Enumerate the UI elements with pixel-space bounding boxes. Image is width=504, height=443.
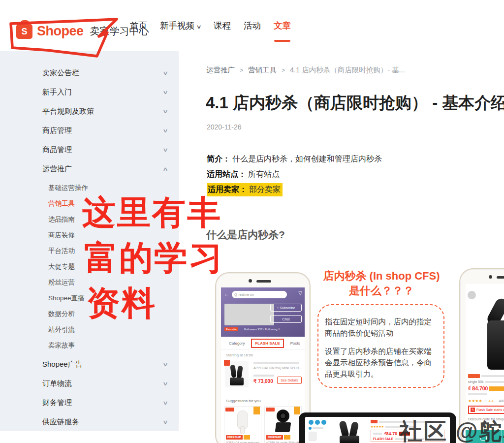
figure-laptop-flash-label: FLASH SALE [373, 437, 393, 441]
meta-sellers: 适用卖家： 部分卖家 [207, 182, 382, 197]
figure-see-details-button: See Details [277, 377, 302, 384]
chevron-down-icon: ∨ [162, 147, 168, 153]
figure-card2-caption: (CBB).04 code 25% off 50k [265, 440, 301, 443]
annotation-text-line3: 资料 [87, 286, 157, 319]
sidebar-item-order-logistics[interactable]: 订单物流∨ [0, 374, 179, 393]
chevron-down-icon: ∨ [162, 361, 168, 368]
figure-subscribe-button: + Subscribe [270, 304, 302, 312]
phone-speaker-slot [256, 280, 271, 283]
main-nav: 首页 新手视频∨ 课程 活动 文章 [130, 0, 291, 51]
figure-headline: 店内秒杀 (In shop CFS) 是什么？？？ [313, 269, 450, 298]
figure-tab-posts: Posts [290, 341, 300, 346]
chevron-down-icon: ∨ [162, 108, 168, 115]
sidebar-item-announcements[interactable]: 卖家公告栏∨ [0, 63, 179, 83]
annotation-text-line2: 富的学习 [84, 241, 224, 274]
figure-search-bar: Q realme on [232, 291, 287, 298]
figure-old-price-bar [253, 375, 274, 377]
chevron-down-icon: ∨ [162, 70, 168, 76]
nav-item-articles[interactable]: 文章 [274, 20, 291, 32]
figure-percent-badge [253, 407, 260, 414]
figure-definition-box: 指在固定短时间内，店内的指定商品的低价促销活动 设置了店内秒杀的店铺在买家端会显… [317, 304, 444, 388]
page-title: 4.1 店内秒杀（商店限时抢购） - 基本介绍 [206, 92, 504, 114]
figure-rating-value: 4.4 [489, 399, 494, 403]
breadcrumb-current: 4.1 店内秒杀（商店限时抢购）- 基... [290, 65, 405, 75]
figure-product-price: ₹ 73,000 [253, 379, 273, 384]
nav-item-home[interactable]: 首页 [130, 20, 147, 32]
chevron-down-icon: ∨ [162, 127, 168, 134]
figure-price: ₫ 84.700 [468, 385, 488, 391]
top-header: S Shopee 卖家学习中心 首页 新手视频∨ 课程 活动 文章 [0, 0, 504, 51]
figure-discount-chip [489, 386, 504, 391]
lightning-icon: ϟ [471, 408, 475, 412]
figure-definition-text-2: 设置了店内秒杀的店铺在买家端会显示相应秒杀预告信息，令商品更具吸引力。 [325, 346, 437, 380]
figure-starting-time: Starting at 16:00 [226, 353, 253, 357]
figure-tab-flash-sale: FLASH SALE [251, 339, 284, 348]
filter-icon: ▽ [298, 290, 302, 296]
figure-product-caption: APPLICATION 59Q MINI SPOR... [253, 366, 305, 370]
figure-shop-header: ← Q realme on ▽ + Subscribe Chat Favorit… [221, 287, 305, 337]
search-icon: Q [234, 293, 237, 296]
figure-suggestion-card-2: FREESHIP (CBB).04 code 25% off 50k [264, 406, 302, 443]
sidebar-subitem-seller-stories[interactable]: 卖家故事 [0, 338, 179, 353]
nav-item-videos[interactable]: 新手视频∨ [160, 20, 201, 32]
breadcrumb-marketing-tools[interactable]: 营销工具 [248, 65, 277, 75]
figure-suggestions-heading: Suggestions for you [226, 399, 261, 403]
breadcrumb: 运营推广 > 营销工具 > 4.1 店内秒杀（商店限时抢购）- 基... [206, 65, 405, 75]
sidebar-item-rules[interactable]: 平台规则及政策∨ [0, 102, 179, 121]
sidebar-item-beginner[interactable]: 新手入门∨ [0, 83, 179, 102]
figure-mall-chip [371, 420, 378, 423]
sidebar-item-supply-chain[interactable]: 供应链服务∨ [0, 412, 179, 432]
phone-camera-dot [489, 275, 492, 279]
figure-discount-badge [224, 360, 230, 366]
breadcrumb-separator: > [282, 67, 285, 74]
figure-product-info: single 50k ₫ 84.700 ★★★★ ☆ 4.4 400 So ϟ … [468, 374, 504, 421]
figure-chat-button: Chat [270, 315, 302, 323]
figure-tab-category: Category [229, 341, 245, 346]
figure-phone-left-screen: ← Q realme on ▽ + Subscribe Chat Favorit… [221, 287, 305, 443]
figure-flash-chip [225, 408, 234, 411]
chevron-down-icon: ∨ [196, 24, 201, 30]
figure-percent-badge [294, 407, 300, 414]
figure-blue-dots [309, 420, 329, 425]
figure-freeship-tag: FREESHIP [266, 435, 283, 440]
breadcrumb-operations[interactable]: 运营推广 [206, 65, 235, 75]
article-meta: 简介： 什么是店内秒杀，如何创建和管理店内秒杀 适用站点： 所有站点 适用卖家：… [207, 152, 382, 197]
breadcrumb-separator: > [240, 67, 243, 74]
watermark-text: 社区 @鸵鸟用连 [400, 416, 504, 443]
figure-flash-chip [266, 408, 275, 411]
nav-item-courses[interactable]: 课程 [214, 20, 231, 32]
figure-bluetooth-row [309, 427, 329, 430]
sidebar-item-shop-management[interactable]: 商店管理∨ [0, 121, 179, 140]
figure-card1-caption: (CBB).04 code reduced to [224, 440, 261, 443]
figure-definition-text-1: 指在固定短时间内，店内的指定商品的低价促销活动 [325, 316, 437, 339]
brand-name: Shopee [37, 24, 84, 39]
sidebar-item-product-management[interactable]: 商品管理∨ [0, 140, 179, 159]
figure-followers-text: Followers 957 / Following 1 [244, 328, 280, 331]
rating-stars-icon: ★★★★★ [371, 425, 384, 428]
shopee-bag-icon: S [16, 24, 32, 39]
logo[interactable]: S Shopee 卖家学习中心 [16, 24, 149, 39]
annotation-text-line1: 这里有丰 [82, 195, 222, 229]
figure-thumb [309, 432, 316, 441]
figure-freeship-tag: FREESHIP [226, 435, 243, 440]
back-button-circle [468, 291, 476, 299]
rating-star-empty-icon: ☆ [484, 399, 487, 403]
chevron-down-icon: ∨ [162, 380, 168, 387]
figure-flash-sale-banner: ϟ Flash Sale starts at 16 [468, 406, 504, 414]
logo-letter: S [21, 27, 27, 36]
back-arrow-icon: ← [224, 291, 229, 297]
figure-laptop-price: ₫84.70 [384, 431, 397, 436]
meta-sites: 适用站点： 所有站点 [207, 167, 382, 182]
nav-item-activities[interactable]: 活动 [244, 20, 261, 32]
sidebar-item-operations-promo[interactable]: 运营推广∧ [0, 159, 179, 179]
sidebar-subitem-offsite-traffic[interactable]: 站外引流 [0, 322, 179, 338]
figure-caption-bar [253, 362, 299, 364]
figure-product-thumbnail [225, 361, 249, 387]
figure-shop-banner-placeholder [224, 304, 274, 325]
sidebar-item-shopee-ads[interactable]: Shopee广告∨ [0, 355, 179, 374]
sidebar-item-finance[interactable]: 财务管理∨ [0, 393, 179, 412]
figure-suggestion-card-1: FREESHIP (CBB).04 code reduced to [224, 406, 261, 443]
figure-phone-left: ← Q realme on ▽ + Subscribe Chat Favorit… [215, 272, 311, 443]
figure-sold-count: 400 So [499, 399, 504, 403]
figure-title-fragment: single 50k [468, 380, 484, 383]
